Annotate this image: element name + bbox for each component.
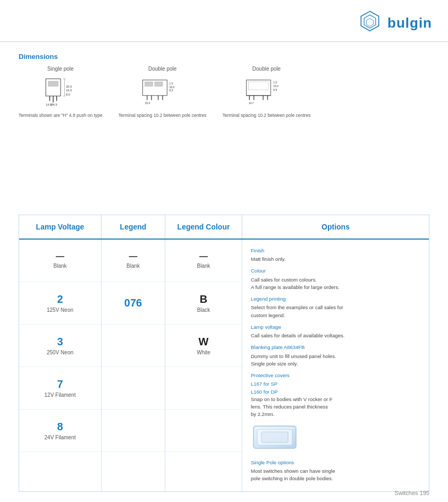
table-row-0-legend: — Blank: [102, 240, 165, 282]
option-legend-text: Select from the examples or call sales f…: [251, 304, 420, 319]
svg-text:20.0: 20.0: [66, 85, 72, 88]
svg-text:8.5: 8.5: [169, 89, 173, 92]
dimension-note-1: Terminal spacing 10.2 between pole centr…: [119, 113, 207, 119]
dimension-single-pole: Single pole 20.0 15.0 8.5 14.0: [19, 66, 103, 119]
table-header: Lamp Voltage Legend Legend Colour Option…: [19, 215, 429, 240]
bulgin-logo-icon: [357, 10, 383, 36]
svg-text:14.7: 14.7: [249, 102, 254, 105]
option-singlepole-title: Single Pole options: [251, 459, 420, 466]
table-row-1-legend: 076: [102, 282, 165, 325]
option-colour-text: Call sales for custom colours.A full ran…: [251, 276, 420, 292]
colour-0-main: —: [199, 252, 208, 261]
lamp-voltage-2-sub: 250V Neon: [47, 350, 73, 355]
svg-text:1.0: 1.0: [274, 81, 277, 84]
options-content: Finish Matt finish only. Colour Call sal…: [242, 240, 429, 491]
header-legend-colour: Legend Colour: [165, 215, 242, 239]
table-row-1-colour: B Black: [165, 282, 242, 325]
table-row-0-colour: — Blank: [165, 240, 242, 282]
footer-text: Switches 195: [395, 490, 429, 496]
logo-text: bulgin: [387, 15, 432, 31]
option-blanking-text: Dummy unit to fill unused panel holes.Si…: [251, 353, 420, 368]
table-row-2-legend: [102, 325, 165, 367]
page-header: bulgin: [0, 0, 448, 42]
table-row-1-lamp: 2 125V Neon: [19, 282, 101, 325]
dimension-note-0: Terminals shown are "H" 4.8 push on type: [19, 113, 103, 119]
header-lamp-voltage: Lamp Voltage: [19, 215, 102, 239]
lamp-voltage-4-main: 8: [57, 421, 63, 433]
option-lamp-title: Lamp voltage: [251, 324, 420, 331]
double-pole-2-diagram-icon: 1.0 15.0 8.9 14.7: [240, 74, 293, 108]
option-finish-title: Finish: [251, 247, 420, 254]
table-row-2-lamp: 3 250V Neon: [19, 325, 101, 367]
legend-colour-column: — Blank B Black W White: [165, 240, 242, 491]
lamp-voltage-3-main: 7: [57, 378, 63, 390]
header-options: Options: [242, 215, 429, 239]
lamp-voltage-0-main: —: [56, 252, 64, 261]
dimension-label-2: Double pole: [252, 66, 281, 72]
legend-column: — Blank 076: [102, 240, 165, 491]
option-colour-title: Colour: [251, 267, 420, 275]
single-pole-diagram-icon: 20.0 15.0 8.5 14.0 Ø4.5: [34, 74, 87, 108]
option-singlepole-text: Most switches shown can have singlepole …: [251, 467, 420, 483]
option-protective-text: Snap on to bodies with V rocker or Flens…: [251, 396, 420, 419]
svg-rect-18: [155, 82, 163, 86]
svg-rect-27: [247, 80, 271, 96]
table-row-2-colour: W White: [165, 325, 242, 367]
dimension-label-1: Double pole: [148, 66, 176, 72]
option-finish-text: Matt finish only.: [251, 256, 420, 263]
table-row-4-colour: [165, 410, 242, 452]
svg-text:Ø4.5: Ø4.5: [50, 103, 57, 106]
colour-2-main: W: [199, 336, 209, 348]
table-row-3-lamp: 7 12V Filament: [19, 367, 101, 410]
svg-rect-4: [48, 81, 58, 86]
colour-1-sub: Black: [197, 307, 210, 313]
svg-text:15.0: 15.0: [274, 84, 279, 88]
svg-marker-2: [366, 19, 373, 27]
svg-text:8.5: 8.5: [66, 93, 70, 96]
lamp-voltage-column: — Blank 2 125V Neon 3 250V Neon 7 12V Fi…: [19, 240, 102, 491]
option-lamp-text: Call sales for details of available volt…: [251, 332, 420, 339]
lamp-voltage-1-main: 2: [57, 293, 63, 305]
colour-2-sub: White: [197, 350, 210, 355]
logo: bulgin: [357, 10, 432, 36]
dimensions-title: Dimensions: [19, 53, 429, 61]
svg-text:18.0: 18.0: [169, 86, 174, 89]
colour-0-sub: Blank: [197, 263, 210, 269]
svg-text:8.9: 8.9: [274, 88, 277, 91]
legend-1-main: 076: [124, 297, 142, 309]
svg-text:1.0: 1.0: [169, 82, 173, 85]
option-protective-link1: L167 for SP: [251, 380, 420, 388]
table-row-4-lamp: 8 24V Filament: [19, 410, 101, 452]
svg-rect-40: [261, 432, 288, 443]
table-body: — Blank 2 125V Neon 3 250V Neon 7 12V Fi…: [19, 240, 429, 491]
svg-rect-28: [249, 82, 269, 90]
dimension-note-2: Terminal spacing 10.2 between pole centr…: [223, 113, 311, 119]
options-column: Finish Matt finish only. Colour Call sal…: [242, 240, 429, 491]
header-legend: Legend: [102, 215, 165, 239]
options-table: Lamp Voltage Legend Legend Colour Option…: [19, 215, 429, 492]
legend-0-main: —: [129, 252, 138, 261]
main-content: Dimensions Single pole 20.0: [0, 42, 448, 502]
lamp-voltage-2-main: 3: [57, 336, 63, 348]
lamp-voltage-4-sub: 24V Filament: [45, 435, 76, 440]
lamp-voltage-3-sub: 12V Filament: [45, 392, 76, 398]
svg-text:15.0: 15.0: [66, 89, 72, 92]
lamp-voltage-1-sub: 125V Neon: [47, 307, 73, 313]
colour-1-main: B: [200, 293, 207, 305]
dimensions-row: Single pole 20.0 15.0 8.5 14.0: [19, 66, 429, 119]
table-row-4-legend: [102, 410, 165, 452]
cover-illustration: [251, 422, 420, 455]
dimensions-section: Dimensions Single pole 20.0: [19, 53, 429, 119]
option-protective-link2: L160 for DP: [251, 388, 420, 396]
option-blanking-title: Blanking plate A8634FB: [251, 344, 420, 351]
table-row-3-colour: [165, 367, 242, 410]
svg-text:25.4: 25.4: [145, 102, 150, 105]
svg-rect-17: [145, 82, 153, 86]
option-protective-title: Protective covers: [251, 372, 420, 379]
dimension-double-pole-1: Double pole 1.0 18.0 8.5 25.4: [119, 66, 207, 119]
protective-cover-image-icon: [251, 422, 299, 453]
page-footer: Switches 195: [395, 490, 429, 496]
dimension-label-0: Single pole: [47, 66, 73, 72]
legend-0-sub: Blank: [126, 263, 140, 269]
lamp-voltage-0-sub: Blank: [53, 263, 66, 269]
